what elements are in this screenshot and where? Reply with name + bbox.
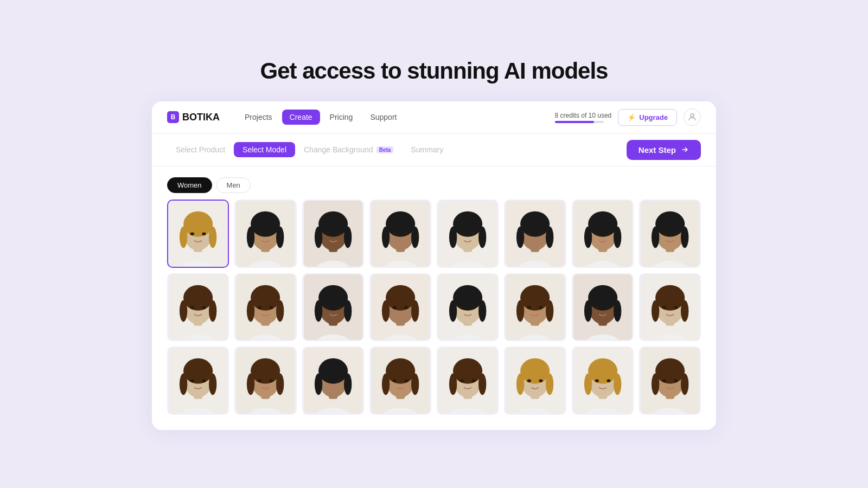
steps-bar: Select Product Select Model Change Backg… <box>152 134 716 166</box>
model-image-wrap <box>505 201 565 267</box>
model-card[interactable] <box>302 346 364 415</box>
model-face-svg <box>640 348 700 414</box>
nav-right: 8 credits of 10 used ⚡ Upgrade <box>555 108 701 126</box>
svg-point-155 <box>655 285 685 310</box>
svg-point-199 <box>404 380 408 382</box>
step-select-product[interactable]: Select Product <box>167 142 234 157</box>
svg-point-99 <box>270 306 273 309</box>
model-card[interactable] <box>369 273 431 342</box>
nav-create[interactable]: Create <box>282 110 320 125</box>
svg-point-218 <box>527 380 531 382</box>
svg-point-28 <box>325 233 329 235</box>
svg-point-69 <box>607 233 610 235</box>
credits-bar-container <box>555 121 604 123</box>
svg-point-106 <box>314 300 322 322</box>
model-card[interactable] <box>639 200 701 268</box>
svg-point-45 <box>453 211 482 237</box>
svg-point-126 <box>449 300 457 322</box>
svg-point-227 <box>613 374 621 395</box>
step-select-model-label: Select Model <box>242 145 286 154</box>
model-card[interactable] <box>639 273 701 342</box>
model-card[interactable] <box>504 346 566 415</box>
model-card[interactable] <box>167 200 229 268</box>
model-image-wrap <box>303 201 363 267</box>
step-summary[interactable]: Summary <box>402 142 452 157</box>
model-card[interactable] <box>437 273 499 342</box>
svg-point-9 <box>202 233 206 235</box>
model-card[interactable] <box>302 273 364 342</box>
model-image-wrap <box>573 201 633 267</box>
model-card[interactable] <box>302 200 364 268</box>
svg-point-160 <box>668 310 671 312</box>
model-card[interactable] <box>572 273 634 342</box>
svg-point-87 <box>209 300 216 322</box>
svg-point-239 <box>674 380 678 382</box>
svg-point-117 <box>411 300 419 322</box>
nav-pricing[interactable]: Pricing <box>322 110 361 125</box>
nav-projects[interactable]: Projects <box>237 110 280 125</box>
step-select-model[interactable]: Select Model <box>234 142 295 157</box>
svg-point-127 <box>478 300 486 322</box>
model-face-svg <box>505 348 565 414</box>
svg-point-65 <box>588 211 617 237</box>
filter-men[interactable]: Men <box>216 177 251 193</box>
model-image-wrap <box>573 348 633 414</box>
svg-point-30 <box>331 237 334 239</box>
svg-point-119 <box>404 306 408 309</box>
svg-point-225 <box>588 358 617 384</box>
model-card[interactable] <box>234 200 296 268</box>
model-card[interactable] <box>572 200 634 268</box>
svg-point-19 <box>270 233 273 235</box>
svg-point-177 <box>276 374 284 395</box>
svg-point-180 <box>264 384 267 386</box>
model-face-svg <box>640 201 700 267</box>
credits-bar-fill <box>555 121 594 123</box>
svg-point-118 <box>392 306 396 309</box>
model-card[interactable] <box>639 346 701 415</box>
step-summary-label: Summary <box>411 145 443 154</box>
svg-point-89 <box>202 306 206 309</box>
step-change-background[interactable]: Change Background Beta <box>295 142 402 157</box>
model-card[interactable] <box>369 200 431 268</box>
model-card[interactable] <box>369 346 431 415</box>
svg-point-46 <box>449 227 457 248</box>
svg-point-68 <box>595 233 598 235</box>
model-card[interactable] <box>234 346 296 415</box>
model-card[interactable] <box>437 200 499 268</box>
model-image-wrap <box>168 201 228 267</box>
model-face-svg <box>235 274 295 341</box>
logo-icon: B <box>167 111 179 123</box>
svg-point-210 <box>466 384 469 386</box>
model-image-wrap <box>303 274 363 341</box>
svg-point-186 <box>314 374 322 395</box>
svg-point-217 <box>546 374 553 395</box>
svg-point-110 <box>331 310 334 312</box>
model-face-svg <box>303 274 363 341</box>
logo: B BOTIKA <box>167 111 220 123</box>
svg-point-108 <box>325 306 329 309</box>
svg-point-120 <box>399 310 401 312</box>
model-card[interactable] <box>504 273 566 342</box>
model-card[interactable] <box>167 273 229 342</box>
model-card[interactable] <box>234 273 296 342</box>
svg-point-97 <box>276 300 284 322</box>
user-avatar[interactable] <box>684 108 701 126</box>
model-image-wrap <box>438 274 497 341</box>
svg-point-55 <box>520 211 550 237</box>
upgrade-button[interactable]: ⚡ Upgrade <box>618 109 677 126</box>
svg-point-196 <box>382 374 390 395</box>
svg-point-86 <box>180 300 187 322</box>
svg-point-78 <box>662 233 666 235</box>
model-card[interactable] <box>572 346 634 415</box>
next-step-button[interactable]: Next Step <box>627 140 701 160</box>
svg-point-145 <box>588 285 617 310</box>
model-face-svg <box>573 348 633 414</box>
model-card[interactable] <box>504 200 566 268</box>
model-card[interactable] <box>167 346 229 415</box>
model-face-svg <box>371 348 430 414</box>
filter-women[interactable]: Women <box>167 177 212 193</box>
app-card: B BOTIKA Projects Create Pricing Support… <box>152 101 716 430</box>
svg-point-95 <box>251 285 280 310</box>
model-card[interactable] <box>437 346 499 415</box>
nav-support[interactable]: Support <box>362 110 404 125</box>
